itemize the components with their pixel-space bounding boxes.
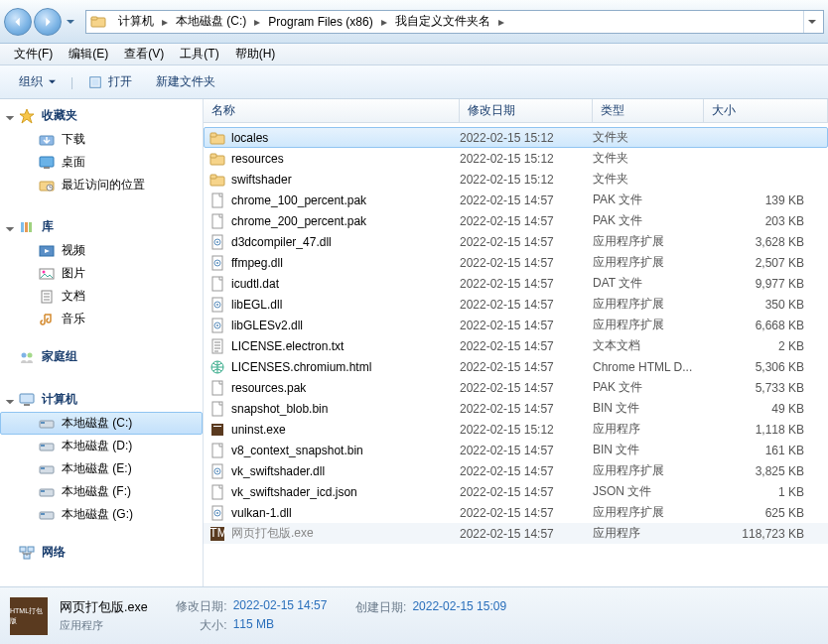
tree-item[interactable]: 最近访问的位置 [0,174,203,196]
file-name: chrome_100_percent.pak [231,193,366,207]
file-row[interactable]: LICENSES.chromium.html 2022-02-15 14:57 … [204,356,828,377]
file-row[interactable]: vk_swiftshader_icd.json 2022-02-15 14:57… [204,481,828,502]
file-row[interactable]: LICENSE.electron.txt 2022-02-15 14:57 文本… [204,335,828,356]
open-button[interactable]: 打开 [77,68,143,95]
tree-drive[interactable]: 本地磁盘 (G:) [0,503,203,526]
tree-drive[interactable]: 本地磁盘 (D:) [0,435,203,457]
dll-icon [209,297,225,313]
address-dropdown[interactable] [803,11,819,33]
back-button[interactable] [4,8,32,36]
file-size: 5,306 KB [704,360,828,374]
new-folder-button[interactable]: 新建文件夹 [145,68,226,95]
file-size: 2 KB [704,339,828,353]
breadcrumb-item[interactable]: 计算机 [112,11,160,32]
file-name: ffmpeg.dll [231,256,283,270]
file-row[interactable]: resources 2022-02-15 15:12 文件夹 [204,148,828,169]
file-name: snapshot_blob.bin [231,402,328,416]
file-type: BIN 文件 [593,442,704,458]
file-name: v8_context_snapshot.bin [231,444,363,457]
svg-rect-32 [20,547,26,552]
file-name: chrome_200_percent.pak [231,214,366,228]
tree-item[interactable]: 图片 [0,262,203,285]
file-row[interactable]: vk_swiftshader.dll 2022-02-15 14:57 应用程序… [204,460,828,481]
breadcrumb-item[interactable]: 我自定义文件夹名 [389,11,496,32]
menu-item[interactable]: 编辑(E) [61,43,116,65]
file-row[interactable]: ffmpeg.dll 2022-02-15 14:57 应用程序扩展 2,507… [204,252,828,273]
tree-favorites[interactable]: 收藏夹 [0,103,203,128]
file-name: uninst.exe [231,423,286,437]
tree-drive[interactable]: 本地磁盘 (F:) [0,480,203,503]
svg-rect-21 [24,404,30,406]
file-row[interactable]: chrome_100_percent.pak 2022-02-15 14:57 … [204,190,828,210]
file-name: vk_swiftshader.dll [231,464,325,478]
tree-homegroup[interactable]: 家庭组 [0,344,203,369]
column-name[interactable]: 名称 [204,99,460,122]
tree-drive[interactable]: 本地磁盘 (E:) [0,457,203,480]
file-size: 1 KB [704,485,828,499]
details-mod-label: 修改日期: [168,598,227,615]
file-row[interactable]: HTML网页打包版.exe 2022-02-15 14:57 应用程序 118,… [204,523,828,544]
tree-network[interactable]: 网络 [0,540,203,565]
tree-item[interactable]: 音乐 [0,308,203,330]
file-row[interactable]: uninst.exe 2022-02-15 15:12 应用程序 1,118 K… [204,419,828,440]
file-size: 350 KB [704,298,828,312]
address-bar-container: 计算机▸本地磁盘 (C:)▸Program Files (x86)▸我自定义文件… [0,0,828,44]
menu-item[interactable]: 工具(T) [172,43,226,65]
svg-point-69 [216,512,218,514]
file-row[interactable]: locales 2022-02-15 15:12 文件夹 [204,127,828,148]
file-date: 2022-02-15 14:57 [460,214,593,228]
menu-item[interactable]: 帮助(H) [227,43,284,65]
breadcrumb-item[interactable]: 本地磁盘 (C:) [170,11,252,32]
file-row[interactable]: vulkan-1.dll 2022-02-15 14:57 应用程序扩展 625… [204,502,828,523]
chevron-right-icon: ▸ [252,15,262,29]
file-size: 9,977 KB [704,277,828,291]
file-date: 2022-02-15 14:57 [460,339,593,353]
file-row[interactable]: libEGL.dll 2022-02-15 14:57 应用程序扩展 350 K… [204,294,828,315]
file-row[interactable]: d3dcompiler_47.dll 2022-02-15 14:57 应用程序… [204,231,828,252]
svg-rect-41 [212,193,222,207]
content-pane: 名称 修改日期 类型 大小 locales 2022-02-15 15:12 文… [204,99,828,586]
file-name: libGLESv2.dll [231,319,303,332]
svg-rect-62 [212,444,222,457]
svg-text:HTML: HTML [209,526,225,540]
file-row[interactable]: icudtl.dat 2022-02-15 14:57 DAT 文件 9,977… [204,273,828,294]
html-icon [209,359,225,375]
history-dropdown[interactable] [64,12,77,32]
column-size[interactable]: 大小 [704,99,828,122]
svg-rect-11 [25,222,28,232]
file-row[interactable]: snapshot_blob.bin 2022-02-15 14:57 BIN 文… [204,398,828,419]
breadcrumb-item[interactable]: Program Files (x86) [262,13,378,31]
column-date[interactable]: 修改日期 [460,99,593,122]
tree-computer[interactable]: 计算机 [0,387,203,412]
file-row[interactable]: chrome_200_percent.pak 2022-02-15 14:57 … [204,210,828,231]
file-size: 161 KB [704,444,828,457]
file-row[interactable]: v8_context_snapshot.bin 2022-02-15 14:57… [204,440,828,460]
tree-item[interactable]: 桌面 [0,151,203,174]
forward-button[interactable] [34,8,62,36]
folder-icon [209,172,225,188]
svg-point-65 [216,470,218,472]
organize-button[interactable]: 组织 [8,68,67,95]
menu-item[interactable]: 文件(F) [6,43,61,65]
address-bar[interactable]: 计算机▸本地磁盘 (C:)▸Program Files (x86)▸我自定义文件… [85,10,824,34]
svg-rect-58 [212,381,222,395]
tree-item[interactable]: 文档 [0,285,203,308]
file-type: PAK 文件 [593,379,704,396]
file-date: 2022-02-15 14:57 [460,235,593,249]
dll-icon [209,318,225,333]
folder-icon [209,130,225,146]
svg-rect-25 [41,445,45,447]
details-pane: HTML打包版 网页打包版.exe 应用程序 修改日期:2022-02-15 1… [0,586,828,644]
tree-item[interactable]: 视频 [0,239,203,262]
file-row[interactable]: swiftshader 2022-02-15 15:12 文件夹 [204,169,828,190]
svg-rect-60 [211,424,223,436]
file-row[interactable]: libGLESv2.dll 2022-02-15 14:57 应用程序扩展 6,… [204,315,828,335]
svg-rect-61 [213,426,221,427]
tree-libraries[interactable]: 库 [0,214,203,239]
file-row[interactable]: resources.pak 2022-02-15 14:57 PAK 文件 5,… [204,377,828,398]
column-type[interactable]: 类型 [593,99,704,122]
tree-drive[interactable]: 本地磁盘 (C:) [0,412,203,435]
menu-item[interactable]: 查看(V) [116,43,172,65]
file-name: d3dcompiler_47.dll [231,235,332,249]
tree-item[interactable]: 下载 [0,128,203,151]
